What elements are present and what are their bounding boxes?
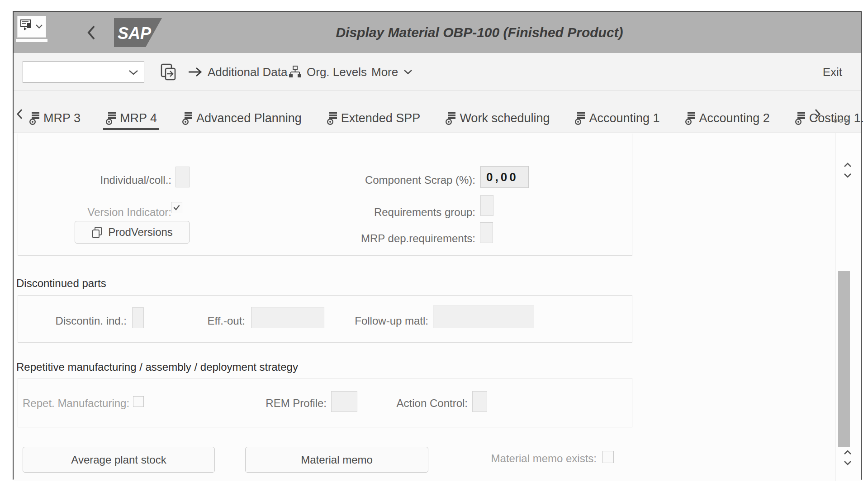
prodversions-button[interactable]: ProdVersions [75, 221, 190, 244]
discontinued-parts-title: Discontinued parts [16, 277, 106, 290]
more-chevron-down-icon [403, 69, 413, 75]
machine-icon [182, 112, 192, 125]
scrollbar-thumb[interactable] [838, 271, 850, 447]
version-indicator-checkbox[interactable] [171, 202, 182, 213]
individual-coll-label: Individual/coll.: [41, 174, 171, 187]
follow-up-matl-field[interactable] [433, 306, 534, 328]
tab-accounting-2[interactable]: Accounting 2 [685, 111, 770, 131]
machine-icon [685, 112, 695, 125]
requirements-group-label: Requirements group: [308, 206, 475, 219]
org-levels-button[interactable]: Org. Levels [289, 53, 367, 91]
repetitive-title: Repetitive manufacturing / assembly / de… [16, 361, 298, 373]
mrp-dep-requirements-field[interactable] [480, 222, 493, 243]
session-icon [20, 19, 34, 34]
session-menu-button[interactable] [17, 16, 46, 38]
mrp-dep-requirements-label: MRP dep.requirements: [308, 232, 475, 245]
rem-profile-label: REM Profile: [236, 397, 327, 410]
material-memo-exists-label: Material memo exists: [461, 452, 597, 465]
open-in-new-window-button[interactable] [161, 53, 176, 91]
action-control-label: Action Control: [377, 397, 468, 410]
org-levels-icon [289, 66, 301, 78]
session-underline [16, 39, 47, 42]
tabs-scroll-left-button[interactable] [15, 108, 24, 122]
command-combobox[interactable] [23, 61, 144, 83]
follow-up-matl-label: Follow-up matl: [293, 315, 428, 327]
combobox-chevron-down-icon [128, 66, 138, 78]
svg-text:SAP: SAP [118, 24, 152, 43]
tab-costing-1[interactable]: Costing 1. [795, 111, 864, 131]
tabs-scroll-right-button[interactable] [814, 108, 822, 122]
tab-label: MRP 4 [120, 111, 157, 125]
tab-strip: MRP 3 MRP 4 Advanced Planning Extended S… [14, 91, 861, 133]
open-window-icon [161, 63, 176, 81]
component-scrap-field[interactable]: 0,00 [480, 166, 529, 188]
tab-label: Advanced Planning [196, 111, 302, 125]
machine-icon [105, 112, 116, 125]
more-label: More [371, 65, 398, 79]
page-title: Display Material OBP-100 (Finished Produ… [336, 25, 623, 40]
tab-label: Accounting 2 [699, 111, 770, 125]
toolbar: Additional Data Org. Levels More Exit [14, 53, 861, 91]
sap-logo: SAP [114, 18, 162, 49]
material-memo-button[interactable]: Material memo [245, 447, 428, 473]
discontin-ind-field[interactable] [132, 307, 144, 328]
tab-extended-spp[interactable]: Extended SPP [327, 111, 421, 131]
machine-icon [574, 112, 585, 125]
average-plant-stock-button[interactable]: Average plant stock [23, 447, 215, 473]
prodversions-label: ProdVersions [108, 226, 173, 239]
exit-label: Exit [823, 65, 842, 79]
discontin-ind-label: Discontin. ind.: [23, 315, 127, 327]
check-icon [173, 204, 180, 211]
header-bar: SAP Display Material OBP-100 (Finished P… [14, 12, 861, 53]
material-memo-label: Material memo [301, 454, 373, 466]
additional-data-button[interactable]: Additional Data [188, 53, 287, 91]
org-levels-label: Org. Levels [307, 65, 367, 79]
scroll-down-icon[interactable] [844, 172, 852, 180]
tab-label: Work scheduling [460, 111, 550, 125]
session-chevron-down-icon [35, 23, 43, 31]
machine-icon [795, 112, 805, 125]
version-indicator-label: Version Indicator: [41, 206, 171, 219]
repet-manufacturing-label: Repet. Manufacturing: [23, 397, 128, 410]
material-memo-exists-checkbox[interactable] [602, 451, 614, 463]
eff-out-label: Eff.-out: [155, 315, 245, 327]
tab-mrp-3[interactable]: MRP 3 [29, 111, 81, 131]
mrp4-content: Individual/coll.: Component Scrap (%): 0… [14, 133, 861, 481]
copy-icon [91, 226, 103, 239]
tab-mrp-4[interactable]: MRP 4 [105, 111, 157, 131]
additional-data-label: Additional Data [208, 65, 287, 79]
vertical-scrollbar[interactable] [835, 133, 861, 481]
repet-manufacturing-checkbox[interactable] [133, 396, 144, 407]
machine-icon [445, 112, 455, 125]
component-scrap-label: Component Scrap (%): [308, 174, 475, 187]
scroll-up-icon[interactable] [844, 161, 852, 169]
tab-label: Extended SPP [341, 111, 421, 125]
machine-icon [29, 112, 39, 125]
tab-accounting-1[interactable]: Accounting 1 [574, 111, 659, 131]
tab-label: Accounting 1 [589, 111, 659, 125]
tab-label: MRP 3 [43, 111, 81, 125]
action-control-field[interactable] [472, 391, 487, 412]
tabs-overflow-button[interactable] [834, 119, 848, 123]
tabs-row: MRP 3 MRP 4 Advanced Planning Extended S… [29, 111, 864, 131]
exit-button[interactable]: Exit [823, 53, 842, 91]
sap-window: SAP Display Material OBP-100 (Finished P… [13, 11, 862, 480]
rem-profile-field[interactable] [331, 391, 357, 412]
tab-advanced-planning[interactable]: Advanced Planning [182, 111, 302, 131]
individual-coll-field[interactable] [175, 167, 190, 187]
scroll-up-icon-bottom[interactable] [844, 449, 852, 457]
back-button[interactable] [86, 24, 97, 43]
tab-work-scheduling[interactable]: Work scheduling [445, 111, 550, 131]
average-plant-stock-label: Average plant stock [71, 454, 166, 466]
right-arrow-icon [188, 67, 202, 77]
requirements-group-field[interactable] [480, 195, 493, 216]
scroll-down-icon-bottom[interactable] [844, 459, 852, 468]
more-menu-button[interactable]: More [371, 53, 413, 91]
machine-icon [327, 112, 337, 125]
